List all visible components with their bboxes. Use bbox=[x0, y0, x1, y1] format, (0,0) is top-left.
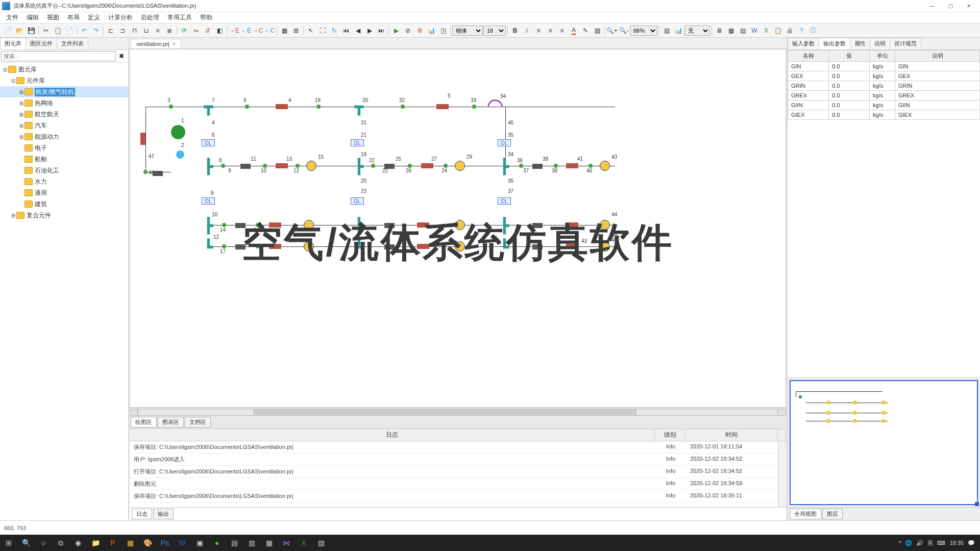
menu-view[interactable]: 视图 bbox=[43, 12, 63, 23]
col-name[interactable]: 名称 bbox=[788, 51, 829, 62]
schematic-canvas[interactable]: 1 2 3 ┳ 7 8 4 18 ┳ 20 32 5 33 34 DL bbox=[130, 49, 786, 408]
tab-design-spec[interactable]: 设计规范 bbox=[890, 38, 921, 49]
help-icon[interactable]: ? bbox=[796, 25, 807, 36]
start-icon[interactable]: ⊞ bbox=[0, 536, 17, 550]
app3-icon[interactable]: ▤ bbox=[226, 536, 243, 550]
settings-icon[interactable]: ⚙ bbox=[414, 25, 425, 36]
doc-tab-ventilation[interactable]: ventilation.prj × bbox=[131, 39, 181, 48]
stop-icon[interactable]: ⊘ bbox=[402, 25, 413, 36]
tab-log[interactable]: 日志 bbox=[132, 509, 152, 519]
search-icon[interactable]: 🔍 bbox=[17, 536, 35, 550]
cursor-icon[interactable]: ↖ bbox=[305, 25, 316, 36]
clipboard-icon[interactable]: 📋 bbox=[772, 25, 783, 36]
explorer-icon[interactable]: 📁 bbox=[87, 536, 104, 550]
menu-edit[interactable]: 编辑 bbox=[22, 12, 43, 23]
open-icon[interactable]: 📂 bbox=[14, 25, 25, 36]
monitor-icon[interactable]: 🖥 bbox=[714, 25, 725, 36]
cut-icon[interactable]: ✂ bbox=[40, 25, 52, 36]
damper-dl[interactable]: DL bbox=[202, 139, 215, 146]
photoshop-icon[interactable]: Ps bbox=[156, 536, 174, 550]
damper-dl[interactable]: DL bbox=[351, 139, 364, 146]
log-header-time[interactable]: 时间 bbox=[685, 429, 777, 441]
copy-icon[interactable]: 📋 bbox=[52, 25, 63, 36]
prev-icon[interactable]: ◀ bbox=[352, 25, 363, 36]
log-header-level[interactable]: 级别 bbox=[655, 429, 685, 441]
cortana-icon[interactable]: ○ bbox=[35, 536, 52, 550]
tab-chart-area[interactable]: 图表区 bbox=[158, 417, 184, 428]
tab-layers[interactable]: 图层 bbox=[822, 509, 843, 519]
text-left-icon[interactable]: ≡ bbox=[533, 25, 544, 36]
table-row[interactable]: GREX0.0kg/sGREX bbox=[788, 91, 980, 101]
volume-icon[interactable]: 🔊 bbox=[916, 540, 923, 546]
next-icon[interactable]: ▶ bbox=[364, 25, 375, 36]
tab-output-params[interactable]: 输出参数 bbox=[819, 38, 850, 49]
grid-icon[interactable]: ▦ bbox=[279, 25, 290, 36]
app-icon[interactable]: ▦ bbox=[121, 536, 139, 550]
col-value[interactable]: 值 bbox=[829, 51, 870, 62]
filter-component[interactable] bbox=[276, 104, 288, 109]
scroll-right-icon[interactable] bbox=[778, 409, 786, 416]
table-row[interactable]: GIN0.0kg/sGIN bbox=[788, 62, 980, 71]
overview-icon[interactable]: ▦ bbox=[725, 25, 737, 36]
save-icon[interactable]: 💾 bbox=[26, 25, 37, 36]
zoom-select[interactable]: 66% bbox=[630, 26, 657, 36]
tab-global-view[interactable]: 全局视图 bbox=[790, 509, 821, 519]
print-icon[interactable]: 🖨 bbox=[784, 25, 795, 36]
text-right-icon[interactable]: ≡ bbox=[556, 25, 568, 36]
info-icon[interactable]: ⓘ bbox=[807, 25, 819, 36]
refresh-icon[interactable]: ↻ bbox=[329, 25, 340, 36]
search-input[interactable] bbox=[1, 51, 116, 61]
flip-v-icon[interactable]: ⇵ bbox=[202, 25, 213, 36]
bold-icon[interactable]: B bbox=[509, 25, 521, 36]
col-desc[interactable]: 说明 bbox=[895, 51, 980, 62]
tab-properties[interactable]: 属性 bbox=[850, 38, 870, 49]
tab-area-components[interactable]: 图区元件 bbox=[26, 38, 57, 49]
ime-button-icon[interactable]: ⌨ bbox=[937, 540, 945, 546]
horizontal-scrollbar[interactable] bbox=[130, 408, 786, 416]
close-tab-icon[interactable]: × bbox=[173, 41, 176, 47]
taskview-icon[interactable]: ⧉ bbox=[52, 536, 69, 550]
valve[interactable] bbox=[306, 161, 316, 171]
chrome-icon[interactable]: ◉ bbox=[69, 536, 87, 550]
skip-back-icon[interactable]: ⏮ bbox=[340, 25, 352, 36]
text-center-icon[interactable]: ≡ bbox=[545, 25, 556, 36]
table-row[interactable]: GRIN0.0kg/sGRIN bbox=[788, 81, 980, 91]
c-arrow-right-icon[interactable]: →C bbox=[252, 25, 263, 36]
menu-file[interactable]: 文件 bbox=[2, 12, 22, 23]
tray-chevron-icon[interactable]: ^ bbox=[898, 540, 901, 546]
play-icon[interactable]: ▶ bbox=[390, 25, 402, 36]
filter[interactable] bbox=[276, 163, 288, 168]
minimize-button[interactable]: — bbox=[923, 1, 941, 11]
paint-icon[interactable]: 🎨 bbox=[139, 536, 156, 550]
tab-draw-area[interactable]: 绘图区 bbox=[131, 417, 157, 428]
pump-component[interactable] bbox=[176, 151, 184, 159]
paste-icon[interactable]: 📄 bbox=[64, 25, 75, 36]
filter-component[interactable] bbox=[436, 104, 449, 109]
highlight-icon[interactable]: ✎ bbox=[580, 25, 591, 36]
scroll-left-icon[interactable] bbox=[130, 409, 138, 416]
log-vertical-scrollbar[interactable] bbox=[778, 441, 786, 507]
table-row[interactable]: GIIN0.0kg/sGIIN bbox=[788, 101, 980, 110]
tab-description[interactable]: 说明 bbox=[870, 38, 890, 49]
app6-icon[interactable]: ▧ bbox=[312, 536, 330, 550]
excel-icon[interactable]: X bbox=[761, 25, 772, 36]
excel-icon[interactable]: X bbox=[295, 536, 312, 550]
menu-analysis[interactable]: 计算分析 bbox=[104, 12, 137, 23]
app5-icon[interactable]: ▦ bbox=[260, 536, 278, 550]
align-right-icon[interactable]: ⊓ bbox=[129, 25, 140, 36]
skip-fwd-icon[interactable]: ⏭ bbox=[376, 25, 387, 36]
align-top-icon[interactable]: ⊔ bbox=[140, 25, 152, 36]
tab-doc-area[interactable]: 文档区 bbox=[185, 417, 211, 428]
app4-icon[interactable]: ▥ bbox=[243, 536, 260, 550]
arc-component[interactable] bbox=[487, 99, 503, 107]
tab-element-lib[interactable]: 图元库 bbox=[0, 38, 26, 49]
italic-icon[interactable]: i bbox=[521, 25, 532, 36]
wechat-icon[interactable]: ● bbox=[208, 536, 226, 550]
align-center-icon[interactable]: ⊐ bbox=[117, 25, 128, 36]
table-row[interactable]: GEX0.0kg/sGEX bbox=[788, 71, 980, 81]
damper-dl[interactable]: DL bbox=[498, 139, 511, 146]
layers-icon[interactable]: ▤ bbox=[661, 25, 672, 36]
mirror-icon[interactable]: ◧ bbox=[214, 25, 225, 36]
align-left-icon[interactable]: ⊏ bbox=[105, 25, 116, 36]
close-button[interactable]: ✕ bbox=[960, 1, 978, 11]
